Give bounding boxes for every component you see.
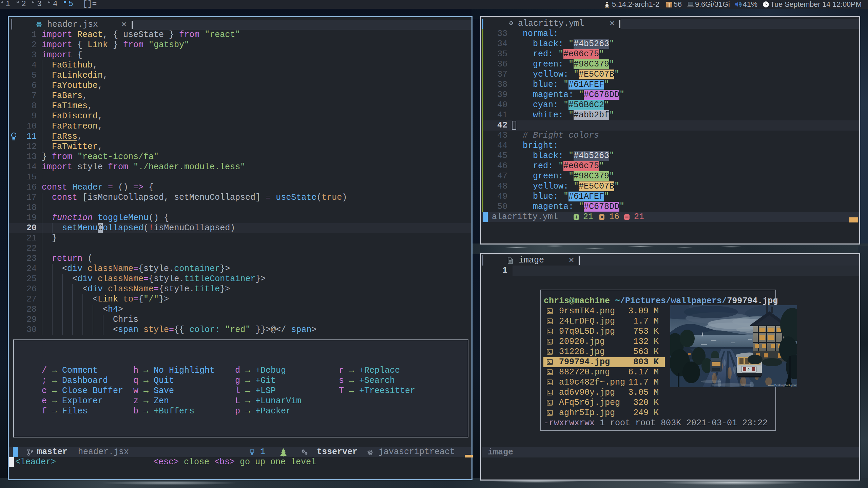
svg-text:www.DesktopBackground.org: www.DesktopBackground.org xyxy=(768,384,797,387)
